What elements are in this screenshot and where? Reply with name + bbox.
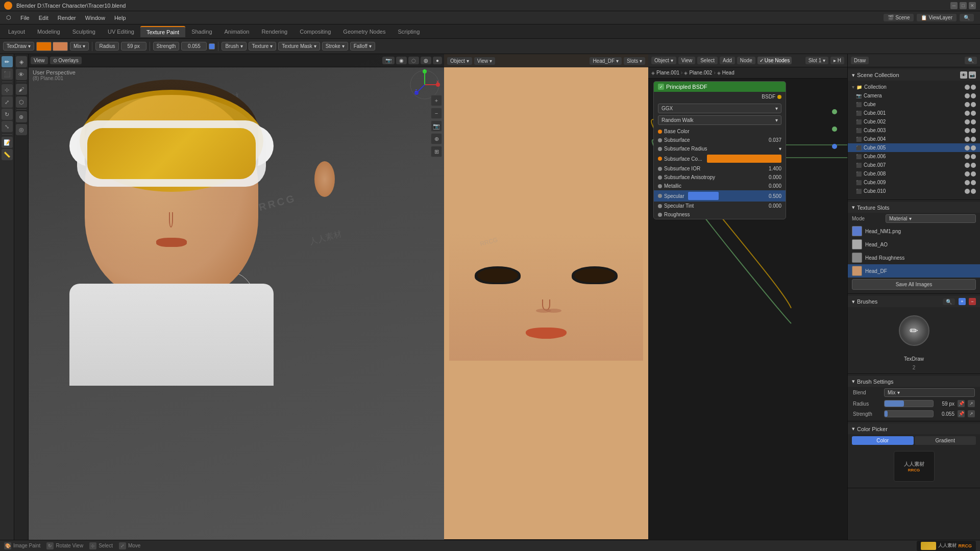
viewport-3d[interactable]: View ⊙ Overlays 📷 ◉ ◌ ◍ ● User Perspecti… [29, 54, 444, 540]
sc-item-cube008[interactable]: ⬛ Cube.008 [848, 169, 980, 178]
preview-image-name[interactable]: Head_DF ▾ [590, 57, 622, 65]
tab-rendering[interactable]: Rendering [255, 27, 293, 37]
ne-slot-btn[interactable]: Slot 1 ▾ [805, 57, 828, 64]
viewport-view-menu[interactable]: View [31, 57, 48, 64]
sc-vis-eye[interactable]: 👁 [960, 71, 967, 79]
radius-control[interactable]: Radius [95, 42, 118, 51]
tab-uvediting[interactable]: UV Editing [102, 27, 140, 37]
erase-icon[interactable]: ⬡ [16, 96, 27, 108]
blend-dropdown[interactable]: Mix ▾ [884, 388, 975, 397]
snap-icon[interactable]: ⊕ [16, 111, 27, 122]
tab-scripting[interactable]: Scripting [391, 27, 426, 37]
ne-node-btn[interactable]: Node [737, 57, 755, 64]
transform-gizmo-btn[interactable]: ⊞ [431, 146, 442, 157]
preview-view-btn[interactable]: View ▾ [474, 57, 495, 65]
tool-rotate[interactable]: ↻ [2, 109, 13, 120]
sc-item-cube002[interactable]: ⬛ Cube.002 [848, 117, 980, 126]
ne-use-nodes[interactable]: ✓ Principled BSDF Use Nodes [757, 57, 792, 64]
zoom-in-btn[interactable]: + [431, 95, 442, 106]
brushes-add[interactable]: + [959, 298, 966, 305]
strength-input[interactable] [181, 42, 207, 51]
viewport-shading-wire[interactable]: ◌ [408, 57, 419, 64]
menu-blender[interactable]: ⬡ [2, 13, 15, 22]
color-picker-header[interactable]: ▾ Color Picker [848, 423, 980, 434]
scene-collection-header[interactable]: ▾ Scene Collection 👁 📷 [848, 69, 980, 81]
tab-layout[interactable]: Layout [2, 27, 31, 37]
sc-item-cube006[interactable]: ⬛ Cube.006 [848, 152, 980, 161]
brushes-header[interactable]: ▾ Brushes 🔍 + − [848, 296, 980, 307]
mode-icon[interactable]: ◈ [16, 56, 27, 67]
walk-nav-btn[interactable]: ⊕ [431, 133, 442, 144]
texture-dropdown[interactable]: Texture ▾ [249, 42, 277, 51]
strength-control[interactable]: Strength [153, 42, 180, 51]
tool-draw[interactable]: ✏ [2, 56, 13, 67]
brush-icon[interactable]: 🖌 [16, 84, 27, 95]
texture-slots-header[interactable]: ▾ Texture Slots [848, 202, 980, 213]
color-tab-color[interactable]: Color [852, 436, 914, 445]
node-canvas[interactable]: ✓ Principled BSDF BSDF GGX ▾ [648, 79, 847, 540]
ne-add-btn[interactable]: Add [720, 57, 735, 64]
close-button[interactable]: ✕ [969, 2, 976, 9]
tab-geometrynodes[interactable]: Geometry Nodes [337, 27, 391, 37]
tex-slot-nm1[interactable]: Head_NM1.png [848, 224, 980, 238]
breadcrumb-plane001[interactable]: Plane.001 [656, 70, 679, 76]
stroke-dropdown[interactable]: Stroke ▾ [322, 42, 348, 51]
viewport-camera-btn[interactable]: 📷 [382, 57, 395, 64]
radius-track[interactable] [884, 400, 934, 407]
brush-settings-header[interactable]: ▾ Brush Settings [848, 376, 980, 387]
tex-slot-ao[interactable]: Head_AO [848, 238, 980, 251]
tab-modeling[interactable]: Modeling [31, 27, 66, 37]
breadcrumb-plane002[interactable]: Plane.002 [689, 70, 712, 76]
save-all-images-button[interactable]: Save All Images [852, 279, 976, 290]
viewport-shading-solid[interactable]: ◉ [396, 57, 407, 64]
sc-item-cube009[interactable]: ⬛ Cube.009 [848, 178, 980, 187]
viewport-shading-rendered[interactable]: ● [433, 57, 442, 64]
sc-item-cube004[interactable]: ⬛ Cube.004 [848, 135, 980, 143]
scene-selector[interactable]: 🎬 Scene [884, 14, 914, 21]
sc-item-cube001[interactable]: ⬛ Cube.001 [848, 109, 980, 117]
foreground-color[interactable] [36, 42, 52, 51]
view-icon[interactable]: 👁 [16, 69, 27, 80]
texture-mask-dropdown[interactable]: Texture Mask ▾ [278, 42, 320, 51]
ggx-dropdown[interactable]: GGX ▾ [658, 104, 781, 113]
proportional-icon[interactable]: ◎ [16, 124, 27, 135]
strength-pin-icon[interactable]: 📌 [958, 410, 965, 417]
maximize-button[interactable]: □ [960, 2, 967, 9]
strength-checkbox[interactable] [209, 43, 215, 49]
menu-window[interactable]: Window [81, 14, 109, 22]
ne-select-btn[interactable]: Select [697, 57, 718, 64]
brush-type-dropdown[interactable]: TexDraw ▾ [3, 42, 34, 51]
tool-fill[interactable]: ⬛ [2, 68, 13, 80]
tab-sculpting[interactable]: Sculpting [66, 27, 102, 37]
viewport-overlays[interactable]: ⊙ Overlays [50, 57, 82, 64]
minimize-button[interactable]: ─ [950, 2, 958, 9]
menu-edit[interactable]: Edit [35, 14, 53, 22]
tool-annotate[interactable]: 📝 [2, 137, 13, 148]
tool-measure[interactable]: 📏 [2, 149, 13, 160]
props-draw-btn[interactable]: Draw [851, 57, 869, 64]
camera-view-btn[interactable]: 📷 [431, 120, 442, 132]
search-button[interactable]: 🔍 [960, 14, 974, 21]
brushes-search[interactable]: 🔍 [943, 298, 955, 305]
ne-object-btn[interactable]: Object ▾ [651, 57, 676, 64]
breadcrumb-head[interactable]: Head [722, 70, 734, 76]
ts-mode-dropdown[interactable]: Material ▾ [886, 214, 976, 223]
props-search-btn[interactable]: 🔍 [965, 57, 977, 64]
viewport-shading-material[interactable]: ◍ [421, 57, 431, 64]
tab-compositing[interactable]: Compositing [293, 27, 337, 37]
sc-item-cube003[interactable]: ⬛ Cube.003 [848, 126, 980, 135]
menu-help[interactable]: Help [110, 14, 130, 22]
strength-curve-icon[interactable]: ↗ [968, 410, 975, 417]
brushes-remove[interactable]: − [969, 298, 976, 305]
sc-item-cube005[interactable]: ⬛ Cube.005 [848, 143, 980, 152]
tool-select[interactable]: ⊹ [2, 84, 13, 95]
sc-item-camera[interactable]: 📷 Camera [848, 91, 980, 100]
background-color[interactable] [53, 42, 68, 51]
tab-texturepaint[interactable]: Texture Paint [140, 26, 185, 37]
tab-shading[interactable]: Shading [185, 27, 218, 37]
preview-object-btn[interactable]: Object ▾ [447, 57, 472, 65]
zoom-out-btn[interactable]: − [431, 108, 442, 119]
blend-mode-dropdown[interactable]: Mix ▾ [70, 42, 89, 51]
sc-item-cube[interactable]: ⬛ Cube [848, 100, 980, 109]
brush-dropdown[interactable]: Brush ▾ [222, 42, 246, 51]
